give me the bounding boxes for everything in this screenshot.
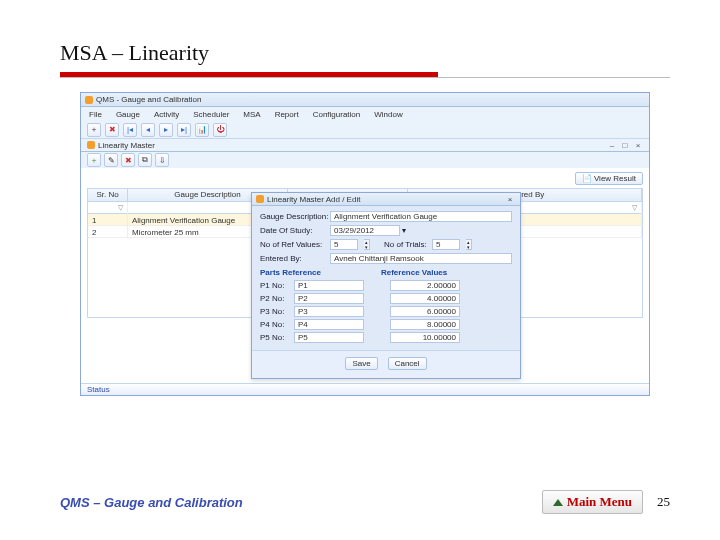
toolbar-delete-icon[interactable]: ✖ [105,123,119,137]
lbl-entered-by: Entered By: [260,254,330,263]
menu-report[interactable]: Report [275,110,299,119]
slide-title: MSA – Linearity [60,40,670,66]
subwindow-close-icon[interactable]: × [633,141,643,150]
menu-msa[interactable]: MSA [243,110,260,119]
slide: MSA – Linearity QMS - Gauge and Calibrat… [0,0,720,540]
col-sr-no[interactable]: Sr. No [88,189,128,201]
cell-no: 1 [88,214,128,226]
ref-row-p4: P4 No: P4 8.00000 [260,319,512,330]
input-p4-name[interactable]: P4 [294,319,364,330]
app-window: QMS - Gauge and Calibration File Gauge A… [80,92,650,396]
sub-edit-icon[interactable]: ✎ [104,153,118,167]
ref-row-p3: P3 No: P3 6.00000 [260,306,512,317]
menu-activity[interactable]: Activity [154,110,179,119]
input-gauge-desc[interactable]: Alignment Verification Gauge [330,211,512,222]
statusbar: Status [81,383,649,395]
lbl-no-of-trials: No of Trials: [384,240,432,249]
status-label: Status [87,385,110,394]
dialog-buttons: Save Cancel [252,350,520,378]
input-p1-name[interactable]: P1 [294,280,364,291]
footer-title: QMS – Gauge and Calibration [60,495,243,510]
toolbar-last-icon[interactable]: ▸| [177,123,191,137]
input-p2-name[interactable]: P2 [294,293,364,304]
title-underline-thin [60,77,670,78]
ref-row-p2: P2 No: P2 4.00000 [260,293,512,304]
menu-gauge[interactable]: Gauge [116,110,140,119]
parts-reference-header: Parts Reference Reference Values [260,268,512,277]
ref-row-p1: P1 No: P1 2.00000 [260,280,512,291]
linearity-dialog: Linearity Master Add / Edit × Gauge Desc… [251,192,521,379]
lbl-gauge-desc: Gauge Description: [260,212,330,221]
app-titlebar: QMS - Gauge and Calibration [81,93,649,107]
cancel-button[interactable]: Cancel [388,357,427,370]
sub-delete-icon[interactable]: ✖ [121,153,135,167]
sub-export-icon[interactable]: ⇩ [155,153,169,167]
sub-copy-icon[interactable]: ⧉ [138,153,152,167]
dialog-title: Linearity Master Add / Edit [267,195,360,204]
slide-footer: QMS – Gauge and Calibration Main Menu 25 [60,490,670,514]
input-p3-val[interactable]: 6.00000 [390,306,460,317]
subwindow-icon [87,141,95,149]
ref-row-p5: P5 No: P5 10.00000 [260,332,512,343]
lbl-p1: P1 No: [260,281,294,290]
lbl-p5: P5 No: [260,333,294,342]
page-number: 25 [657,494,670,510]
toolbar-exit-icon[interactable]: ⏻ [213,123,227,137]
view-result-button[interactable]: 📄 View Result [575,172,643,185]
menubar: File Gauge Activity Scheduler MSA Report… [81,107,649,121]
input-p2-val[interactable]: 4.00000 [390,293,460,304]
app-window-title: QMS - Gauge and Calibration [96,95,201,104]
main-menu-label: Main Menu [567,494,632,510]
input-entered-by[interactable]: Avneh Chittanji Ramsook [330,253,512,264]
toolbar-new-icon[interactable]: ＋ [87,123,101,137]
ref-values-col-label: Reference Values [381,268,447,277]
view-result-icon: 📄 [582,174,592,183]
toolbar-first-icon[interactable]: |◂ [123,123,137,137]
calendar-icon[interactable]: ▾ [402,226,406,235]
dialog-body: Gauge Description: Alignment Verificatio… [252,206,520,350]
input-p5-name[interactable]: P5 [294,332,364,343]
dialog-close-icon[interactable]: × [504,195,516,204]
main-toolbar: ＋ ✖ |◂ ◂ ▸ ▸| 📊 ⏻ [81,121,649,139]
view-result-container: 📄 View Result [575,172,643,185]
subwindow-minimize-icon[interactable]: – [607,141,617,150]
sub-add-icon[interactable]: ＋ [87,153,101,167]
app-icon [85,96,93,104]
cell-no: 2 [88,226,128,238]
subwindow-title: Linearity Master [98,141,155,150]
view-result-label: View Result [594,174,636,183]
parts-ref-label: Parts Reference [260,268,321,277]
toolbar-prev-icon[interactable]: ◂ [141,123,155,137]
input-no-ref-values[interactable]: 5 [330,239,358,250]
lbl-p3: P3 No: [260,307,294,316]
subwindow-maximize-icon[interactable]: □ [620,141,630,150]
dialog-titlebar: Linearity Master Add / Edit × [252,193,520,206]
home-icon [553,499,563,506]
lbl-p2: P2 No: [260,294,294,303]
save-button[interactable]: Save [345,357,377,370]
toolbar-next-icon[interactable]: ▸ [159,123,173,137]
filter-sr-no[interactable]: ▽ [88,202,128,214]
lbl-p4: P4 No: [260,320,294,329]
lbl-date-of-study: Date Of Study: [260,226,330,235]
lbl-no-ref-values: No of Ref Values: [260,240,330,249]
subwindow-tab: Linearity Master – □ × [81,139,649,152]
input-no-of-trials[interactable]: 5 [432,239,460,250]
input-p3-name[interactable]: P3 [294,306,364,317]
menu-configuration[interactable]: Configuration [313,110,361,119]
menu-scheduler[interactable]: Scheduler [193,110,229,119]
toolbar-chart-icon[interactable]: 📊 [195,123,209,137]
input-p4-val[interactable]: 8.00000 [390,319,460,330]
menu-file[interactable]: File [89,110,102,119]
spinner-trials[interactable]: ▴▾ [466,239,472,250]
input-p1-val[interactable]: 2.00000 [390,280,460,291]
menu-window[interactable]: Window [374,110,402,119]
input-p5-val[interactable]: 10.00000 [390,332,460,343]
sub-toolbar: ＋ ✎ ✖ ⧉ ⇩ [81,152,649,168]
dialog-icon [256,195,264,203]
input-date-of-study[interactable]: 03/29/2012 [330,225,400,236]
content-area: 📄 View Result Sr. No Gauge Description D… [81,168,649,383]
main-menu-button[interactable]: Main Menu [542,490,643,514]
spinner-ref-values[interactable]: ▴▾ [364,239,370,250]
